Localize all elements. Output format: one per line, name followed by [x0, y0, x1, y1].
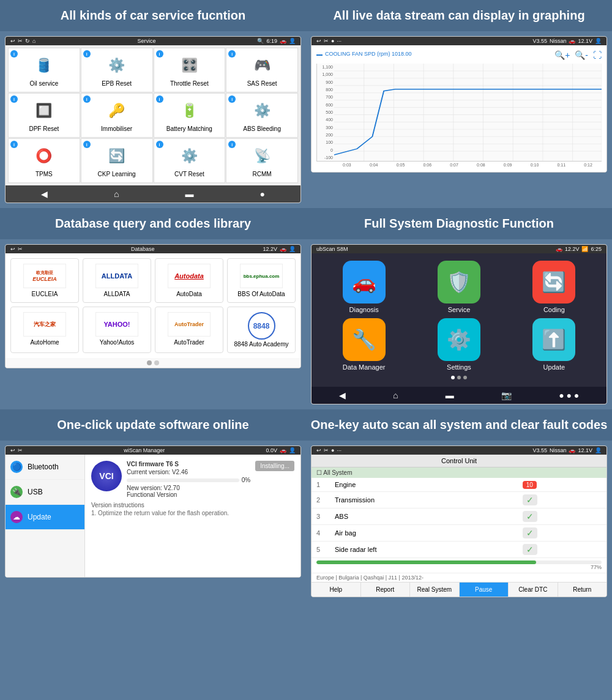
settings-icon-box: ⚙️ — [438, 318, 480, 361]
cut-icon[interactable]: ✂ — [18, 38, 23, 44]
refresh-icon[interactable]: ↻ — [25, 38, 30, 44]
service-item-tpms[interactable]: i ⭕ TPMS — [8, 138, 80, 183]
db-autotrader[interactable]: AutoTrader AutoTrader — [155, 307, 223, 353]
tpms-icon: ⭕ — [32, 144, 56, 168]
scan-cut-icon[interactable]: ✂ — [324, 447, 329, 453]
upd-back-icon[interactable]: ↩ — [10, 447, 15, 453]
epb-icon: ⚙️ — [105, 53, 129, 78]
db-back-icon[interactable]: ↩ — [10, 246, 15, 252]
db-eucleia[interactable]: 欧克勒亚 EUCLEIA EUCLEIA — [10, 258, 79, 303]
update-label: Update — [543, 363, 565, 371]
diag-app-data-manager[interactable]: 🔧 Data Manager — [319, 318, 409, 371]
sidebar-usb[interactable]: 🔌 USB — [6, 480, 84, 505]
fullscreen-icon[interactable]: ⛶ — [593, 50, 602, 60]
info-badge-epb: i — [83, 50, 91, 58]
ld-dots-icon[interactable]: ··· — [337, 38, 341, 44]
ld-cut-icon[interactable]: ✂ — [324, 38, 329, 44]
service-item-battery[interactable]: i 🔋 Battery Matching — [154, 93, 226, 138]
diag-app-settings[interactable]: ⚙️ Settings — [414, 318, 504, 371]
service-item-abs[interactable]: i ⚙️ ABS Bleeding — [226, 93, 298, 138]
scan-circle-icon[interactable]: ● — [331, 447, 334, 453]
service-item-throttle[interactable]: i 🎛️ Throttle Reset — [154, 48, 226, 92]
nav-circle[interactable]: ● — [255, 188, 270, 200]
diag-nav-camera[interactable]: 📷 — [501, 390, 512, 400]
service-item-rcmm[interactable]: i 📡 RCMM — [226, 138, 298, 183]
abs-label: ABS Bleeding — [243, 125, 281, 132]
diag-app-service[interactable]: 🛡️ Service — [414, 261, 504, 313]
vci-progress-label: 0% — [242, 477, 250, 483]
scan-badge-1: 10 — [518, 478, 606, 492]
db-yahoo[interactable]: YAHOO! Yahoo!Autos — [83, 307, 151, 353]
car-icon: 🚗 — [280, 38, 286, 44]
row-1: All kinds of car service fucntion ↩ ✂ ↻ … — [0, 0, 612, 208]
cvt-icon: ⚙️ — [177, 144, 201, 168]
back-icon[interactable]: ↩ — [10, 38, 15, 44]
zoom-out-icon[interactable]: 🔍- — [575, 50, 588, 60]
oil-label: Oil service — [30, 80, 59, 87]
db-8848[interactable]: 8848 8848 Auto Academy — [227, 307, 296, 353]
battery-icon: 🔋 — [177, 99, 201, 123]
diag-app-coding[interactable]: 🔄 Coding — [509, 261, 599, 313]
diag-app-diagnosis[interactable]: 🚗 Diagnosis — [319, 261, 409, 313]
info-badge-battery: i — [156, 95, 163, 103]
service-status-bar: ↩ ✂ ↻ ⌂ Service 🔍 6:19 🚗 👤 — [6, 37, 300, 45]
nav-menu[interactable]: ▬ — [181, 188, 199, 200]
scan-name-3: ABS — [330, 508, 518, 525]
update-device-screen: ↩ ✂ wiScan Manager 0.0V 🚗 👤 🔵 Blueto — [5, 445, 301, 578]
ld-back-icon[interactable]: ↩ — [316, 38, 321, 44]
autotrader-label: AutoTrader — [174, 339, 204, 346]
diag-nav-menu[interactable]: ▬ — [446, 390, 454, 400]
diag-nav-back[interactable]: ◀ — [339, 390, 346, 400]
diag-car-icon: 🚗 — [556, 246, 562, 252]
8848-label: 8848 Auto Academy — [234, 341, 289, 348]
settings-icon: ⚙️ — [447, 328, 471, 351]
service-item-cvt[interactable]: i ⚙️ CVT Reset — [154, 138, 226, 183]
scan-version: V3.55 — [532, 447, 547, 453]
service-item-ckp[interactable]: i 🔄 CKP Learning — [81, 138, 153, 183]
db-cut-icon[interactable]: ✂ — [18, 246, 23, 252]
vci-current-version: Current version: V2.46 — [127, 469, 250, 475]
sidebar-bluetooth[interactable]: 🔵 Bluetooth — [6, 455, 84, 480]
service-item-epb[interactable]: i ⚙️ EPB Reset — [81, 48, 153, 92]
upd-cut-icon[interactable]: ✂ — [18, 447, 23, 453]
zoom-in-icon[interactable]: 🔍+ — [554, 50, 570, 60]
sas-label: SAS Reset — [247, 80, 277, 87]
scan-back-icon[interactable]: ↩ — [316, 447, 321, 453]
ld-circle-icon[interactable]: ● — [331, 38, 334, 44]
update-sidebar: 🔵 Bluetooth 🔌 USB ☁ Update — [6, 455, 85, 577]
diag-app-update[interactable]: ⬆️ Update — [509, 318, 599, 371]
db-alldata[interactable]: ALLDATA ALLDATA — [83, 258, 151, 303]
live-data-cell: All live data stream can display in grap… — [306, 0, 612, 208]
diag-header: Full System Diagnostic Function — [306, 208, 612, 239]
scan-btn-report[interactable]: Report — [361, 583, 411, 597]
diag-nav-home[interactable]: ⌂ — [393, 390, 398, 400]
service-item-dpf[interactable]: i 🔲 DPF Reset — [8, 93, 80, 138]
nav-back[interactable]: ◀ — [36, 188, 53, 200]
scan-btn-clear-dtc[interactable]: Clear DTC — [509, 583, 558, 597]
service-item-sas[interactable]: i 🎮 SAS Reset — [226, 48, 298, 92]
update-content-area: VCI VCI firmware T6 S Current version: V… — [85, 455, 300, 577]
db-bbs[interactable]: bbs.ephua.com BBS Of AutoData — [227, 258, 296, 303]
bluetooth-icon: 🔵 — [10, 461, 23, 473]
brand-label: Nissan — [550, 38, 567, 44]
autohome-label: AutoHome — [30, 339, 59, 346]
scan-btn-real-system[interactable]: Real System — [410, 583, 460, 597]
update-cell: One-click update software online ↩ ✂ wiS… — [0, 409, 306, 602]
sidebar-update[interactable]: ☁ Update — [6, 505, 84, 530]
db-autodata[interactable]: Autodata AutoData — [155, 258, 223, 303]
nav-home[interactable]: ⌂ — [109, 188, 124, 200]
scan-dots-icon[interactable]: ··· — [337, 447, 341, 453]
scan-progress-fill — [316, 560, 536, 564]
db-autohome[interactable]: 汽车之家 AutoHome — [10, 307, 79, 353]
scan-btn-pause[interactable]: Pause — [460, 583, 509, 597]
scan-num-5: 5 — [312, 542, 330, 558]
search-icon[interactable]: 🔍 — [257, 38, 264, 44]
service-item-immob[interactable]: i 🔑 Immobiliser — [81, 93, 153, 138]
scan-btn-return[interactable]: Return — [558, 583, 607, 597]
info-badge-tpms: i — [10, 141, 18, 148]
update-icon: ⬆️ — [542, 328, 566, 351]
service-item-oil[interactable]: i 🛢️ Oil service — [8, 48, 80, 92]
install-button[interactable]: Installing... — [255, 461, 294, 471]
scan-btn-help[interactable]: Help — [312, 583, 361, 597]
scan-car-icon: 🚗 — [569, 447, 575, 453]
